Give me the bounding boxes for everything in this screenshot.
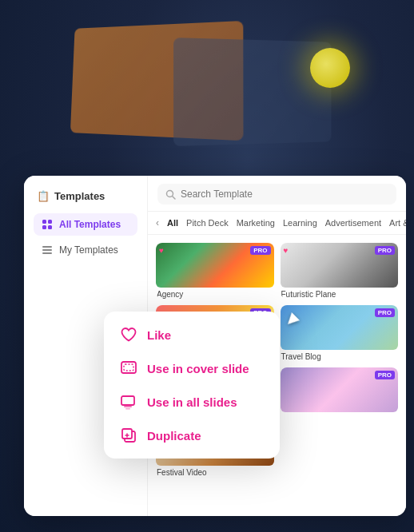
menu-item-use-all[interactable]: Use in all slides bbox=[104, 385, 280, 419]
template-card-travel[interactable]: PRO Travel Blog bbox=[281, 305, 399, 361]
template-label-festival: Festival Video bbox=[156, 468, 274, 477]
cat-tab-advertisement[interactable]: Advertisement bbox=[325, 216, 381, 229]
list-icon bbox=[42, 244, 53, 256]
search-input-wrap[interactable] bbox=[157, 184, 396, 204]
template-thumb-agency: ♥ PRO bbox=[156, 243, 274, 288]
template-card-futuristic[interactable]: ♥ PRO Futuristic Plane bbox=[281, 243, 399, 299]
sidebar-label-all: All Templates bbox=[59, 219, 121, 230]
cat-tab-pitch[interactable]: Pitch Deck bbox=[186, 216, 229, 229]
badge-travel: PRO bbox=[375, 308, 395, 317]
menu-item-duplicate[interactable]: Duplicate bbox=[104, 419, 280, 452]
svg-rect-6 bbox=[42, 252, 52, 254]
svg-rect-1 bbox=[48, 220, 52, 224]
cat-tab-art[interactable]: Art & Exhibition bbox=[389, 216, 406, 229]
menu-label-all: Use in all slides bbox=[147, 395, 237, 409]
svg-rect-3 bbox=[48, 225, 52, 229]
sidebar-item-my-templates[interactable]: My Templates bbox=[34, 239, 137, 261]
sidebar-label-my: My Templates bbox=[59, 244, 118, 256]
badge-agency: PRO bbox=[250, 246, 270, 255]
template-card-agency[interactable]: ♥ PRO Agency bbox=[156, 243, 274, 299]
cat-tab-all[interactable]: All bbox=[167, 216, 178, 229]
badge-futuristic: PRO bbox=[375, 246, 395, 255]
svg-rect-4 bbox=[42, 246, 52, 248]
template-label-travel: Travel Blog bbox=[281, 352, 399, 361]
template-thumb-travel: PRO bbox=[281, 305, 399, 350]
svg-rect-11 bbox=[121, 396, 134, 405]
bg-moon bbox=[310, 48, 350, 88]
svg-rect-13 bbox=[125, 408, 130, 410]
cat-tab-marketing[interactable]: Marketing bbox=[237, 216, 275, 229]
heart-icon-agency: ♥ bbox=[159, 246, 164, 255]
search-input[interactable] bbox=[181, 189, 388, 200]
menu-label-duplicate: Duplicate bbox=[147, 429, 201, 443]
svg-rect-5 bbox=[42, 249, 52, 251]
svg-rect-12 bbox=[124, 406, 132, 407]
sidebar-item-all-templates[interactable]: All Templates bbox=[34, 213, 137, 236]
category-tabs: ‹ All Pitch Deck Marketing Learning Adve… bbox=[148, 212, 406, 235]
svg-line-8 bbox=[173, 196, 176, 199]
badge-row2mid: PRO bbox=[375, 371, 395, 379]
svg-rect-0 bbox=[42, 220, 46, 224]
svg-rect-10 bbox=[124, 364, 133, 371]
bg-shape-dark bbox=[173, 38, 331, 146]
cat-arrow-left[interactable]: ‹ bbox=[156, 217, 159, 228]
search-bar bbox=[148, 176, 406, 212]
template-thumb-row2mid: PRO bbox=[281, 367, 399, 412]
menu-label-cover: Use in cover slide bbox=[147, 362, 249, 375]
templates-icon: 📋 bbox=[37, 190, 50, 202]
svg-rect-2 bbox=[42, 225, 46, 229]
sidebar-title: 📋 Templates bbox=[34, 190, 137, 202]
menu-item-like[interactable]: Like bbox=[104, 318, 280, 351]
template-thumb-futuristic: ♥ PRO bbox=[281, 243, 399, 288]
duplicate-icon bbox=[120, 427, 137, 444]
grid-icon bbox=[42, 219, 53, 230]
search-icon bbox=[165, 189, 176, 200]
context-menu: Like Use in cover slide Use in all slide… bbox=[104, 312, 280, 459]
cover-slide-icon bbox=[120, 359, 137, 377]
heart-icon bbox=[120, 326, 137, 343]
cat-tab-learning[interactable]: Learning bbox=[283, 216, 317, 229]
template-label-futuristic: Futuristic Plane bbox=[281, 290, 399, 299]
sidebar-title-text: Templates bbox=[54, 190, 105, 202]
template-card-row2mid[interactable]: PRO bbox=[281, 367, 399, 415]
heart-icon-futuristic: ♥ bbox=[284, 246, 289, 255]
all-slides-icon bbox=[120, 393, 137, 411]
menu-label-like: Like bbox=[147, 328, 171, 342]
menu-item-use-cover[interactable]: Use in cover slide bbox=[104, 351, 280, 385]
template-label-agency: Agency bbox=[156, 290, 274, 299]
